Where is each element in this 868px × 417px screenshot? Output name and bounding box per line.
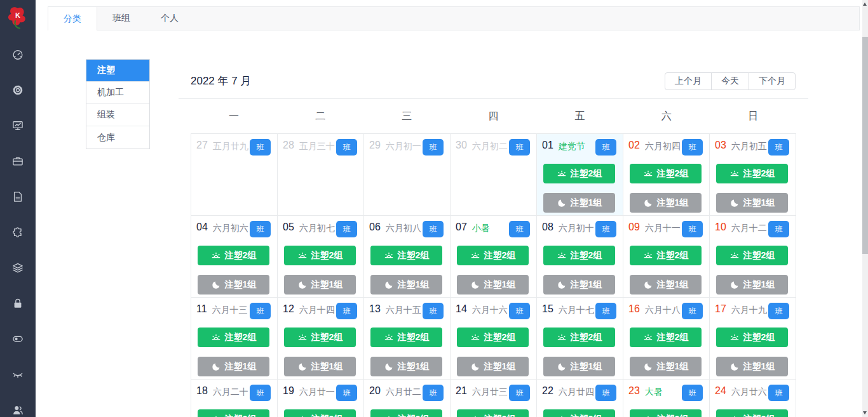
day-shift-button[interactable]: 注塑2组 xyxy=(370,409,442,417)
day-shift-button[interactable]: 注塑2组 xyxy=(457,246,529,265)
shift-badge[interactable]: 班 xyxy=(423,303,444,319)
category-item-assembly[interactable]: 组装 xyxy=(86,104,149,126)
day-shift-button[interactable]: 注塑2组 xyxy=(198,409,269,417)
day-shift-button[interactable]: 注塑2组 xyxy=(284,409,356,417)
night-shift-button[interactable]: 注塑1组 xyxy=(630,193,702,213)
calendar-day-cell[interactable]: 06 六月初八 班 注塑2组 注塑1组 xyxy=(364,216,451,298)
shift-badge[interactable]: 班 xyxy=(768,221,789,237)
calendar-day-cell[interactable]: 27 五月廿九 班 xyxy=(191,134,278,216)
calendar-day-cell[interactable]: 28 五月三十 班 xyxy=(278,134,364,216)
calendar-day-cell[interactable]: 29 六月初一 班 xyxy=(364,134,451,216)
document-icon[interactable] xyxy=(11,190,24,203)
day-shift-button[interactable]: 注塑2组 xyxy=(284,246,356,265)
night-shift-button[interactable]: 注塑1组 xyxy=(543,357,615,376)
shift-badge[interactable]: 班 xyxy=(768,385,789,401)
prev-month-button[interactable]: 上个月 xyxy=(665,72,712,90)
tab-personal[interactable]: 个人 xyxy=(146,7,194,30)
calendar-day-cell[interactable]: 03 六月初五 班 注塑2组 注塑1组 xyxy=(710,134,796,216)
calendar-day-cell[interactable]: 23 大暑 班 注塑2组 注塑1组 xyxy=(623,380,710,417)
shift-badge[interactable]: 班 xyxy=(423,221,444,237)
calendar-day-cell[interactable]: 19 六月廿一 班 注塑2组 注塑1组 xyxy=(278,380,364,417)
today-button[interactable]: 今天 xyxy=(711,72,749,90)
calendar-day-cell[interactable]: 07 小暑 班 注塑2组 注塑1组 xyxy=(451,216,537,298)
day-shift-button[interactable]: 注塑2组 xyxy=(457,328,529,347)
night-shift-button[interactable]: 注塑1组 xyxy=(543,193,615,213)
shift-badge[interactable]: 班 xyxy=(250,139,271,156)
night-shift-button[interactable]: 注塑1组 xyxy=(716,275,788,295)
category-item-machining[interactable]: 机加工 xyxy=(86,82,149,104)
shift-badge[interactable]: 班 xyxy=(682,385,703,401)
day-shift-button[interactable]: 注塑2组 xyxy=(198,328,269,347)
night-shift-button[interactable]: 注塑1组 xyxy=(543,275,615,295)
calendar-day-cell[interactable]: 11 六月十三 班 注塑2组 注塑1组 xyxy=(191,298,278,380)
day-shift-button[interactable]: 注塑2组 xyxy=(630,164,702,183)
night-shift-button[interactable]: 注塑1组 xyxy=(284,275,356,295)
shift-badge[interactable]: 班 xyxy=(509,139,530,156)
dashboard-icon[interactable] xyxy=(11,48,24,61)
puzzle-icon[interactable] xyxy=(11,226,24,239)
shift-badge[interactable]: 班 xyxy=(509,221,530,237)
presentation-chart-icon[interactable] xyxy=(11,119,24,132)
calendar-day-cell[interactable]: 13 六月十五 班 注塑2组 注塑1组 xyxy=(364,298,451,380)
next-month-button[interactable]: 下个月 xyxy=(749,72,796,90)
shift-badge[interactable]: 班 xyxy=(250,303,271,319)
calendar-day-cell[interactable]: 20 六月廿二 班 注塑2组 注塑1组 xyxy=(364,380,451,417)
shift-badge[interactable]: 班 xyxy=(509,303,530,319)
night-shift-button[interactable]: 注塑1组 xyxy=(198,275,269,295)
shift-badge[interactable]: 班 xyxy=(250,221,271,237)
calendar-day-cell[interactable]: 24 六月廿六 班 注塑2组 注塑1组 xyxy=(710,380,796,417)
day-shift-button[interactable]: 注塑2组 xyxy=(198,246,269,265)
shift-badge[interactable]: 班 xyxy=(509,385,530,401)
category-item-warehouse[interactable]: 仓库 xyxy=(86,126,149,149)
day-shift-button[interactable]: 注塑2组 xyxy=(543,409,615,417)
shift-badge[interactable]: 班 xyxy=(336,303,357,319)
calendar-day-cell[interactable]: 30 六月初二 班 xyxy=(451,134,537,216)
day-shift-button[interactable]: 注塑2组 xyxy=(543,328,615,347)
day-shift-button[interactable]: 注塑2组 xyxy=(630,246,702,265)
calendar-day-cell[interactable]: 02 六月初四 班 注塑2组 注塑1组 xyxy=(623,134,710,216)
calendar-day-cell[interactable]: 15 六月十七 班 注塑2组 注塑1组 xyxy=(537,298,623,380)
shift-badge[interactable]: 班 xyxy=(595,221,616,237)
shift-badge[interactable]: 班 xyxy=(336,139,357,156)
night-shift-button[interactable]: 注塑1组 xyxy=(630,357,702,376)
night-shift-button[interactable]: 注塑1组 xyxy=(370,275,442,295)
night-shift-button[interactable]: 注塑1组 xyxy=(198,357,269,376)
team-icon[interactable] xyxy=(11,404,24,416)
toggle-icon[interactable] xyxy=(11,333,24,345)
calendar-day-cell[interactable]: 18 六月二十 班 注塑2组 注塑1组 xyxy=(191,380,278,417)
day-shift-button[interactable]: 注塑2组 xyxy=(370,328,442,347)
shift-badge[interactable]: 班 xyxy=(682,303,703,319)
shift-badge[interactable]: 班 xyxy=(768,303,789,319)
shift-badge[interactable]: 班 xyxy=(595,139,616,156)
shift-badge[interactable]: 班 xyxy=(336,385,357,401)
shift-badge[interactable]: 班 xyxy=(423,139,444,156)
day-shift-button[interactable]: 注塑2组 xyxy=(284,328,356,347)
night-shift-button[interactable]: 注塑1组 xyxy=(457,357,529,376)
day-shift-button[interactable]: 注塑2组 xyxy=(630,409,702,417)
shift-badge[interactable]: 班 xyxy=(595,303,616,319)
briefcase-icon[interactable] xyxy=(11,155,24,168)
calendar-day-cell[interactable]: 14 六月十六 班 注塑2组 注塑1组 xyxy=(451,298,537,380)
night-shift-button[interactable]: 注塑1组 xyxy=(457,275,529,295)
lock-icon[interactable] xyxy=(11,297,24,310)
day-shift-button[interactable]: 注塑2组 xyxy=(370,246,442,265)
day-shift-button[interactable]: 注塑2组 xyxy=(716,246,788,265)
scrollbar-thumb[interactable] xyxy=(862,37,868,254)
calendar-day-cell[interactable]: 08 六月初十 班 注塑2组 注塑1组 xyxy=(537,216,623,298)
day-shift-button[interactable]: 注塑2组 xyxy=(543,246,615,265)
shift-badge[interactable]: 班 xyxy=(682,139,703,156)
day-shift-button[interactable]: 注塑2组 xyxy=(543,164,615,183)
layers-icon[interactable] xyxy=(11,261,24,274)
scroll-up-arrow-icon[interactable] xyxy=(863,3,867,6)
calendar-day-cell[interactable]: 16 六月十八 班 注塑2组 注塑1组 xyxy=(623,298,710,380)
night-shift-button[interactable]: 注塑1组 xyxy=(284,357,356,376)
night-shift-button[interactable]: 注塑1组 xyxy=(716,357,788,376)
shift-badge[interactable]: 班 xyxy=(595,385,616,401)
calendar-day-cell[interactable]: 04 六月初六 班 注塑2组 注塑1组 xyxy=(191,216,278,298)
page-scrollbar[interactable] xyxy=(862,0,868,417)
night-shift-button[interactable]: 注塑1组 xyxy=(630,275,702,295)
night-shift-button[interactable]: 注塑1组 xyxy=(716,193,788,213)
tab-category[interactable]: 分类 xyxy=(48,6,97,30)
scroll-down-arrow-icon[interactable] xyxy=(863,411,867,414)
calendar-day-cell[interactable]: 01 建党节 班 注塑2组 注塑1组 xyxy=(537,134,623,216)
